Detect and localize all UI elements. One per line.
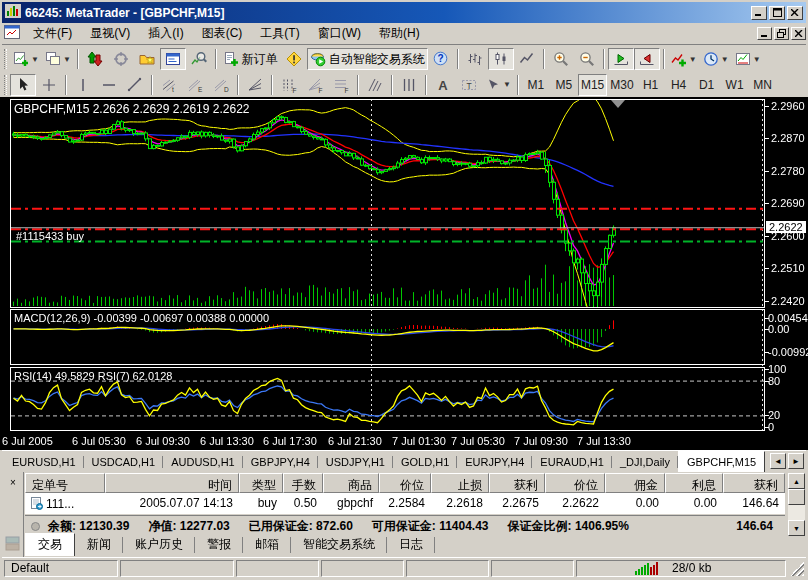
column-header[interactable]: 时间 [105, 473, 239, 493]
history-center-button[interactable] [134, 48, 160, 70]
terminal-tab-item[interactable]: 新闻 [75, 534, 123, 556]
chart-shift-button[interactable] [634, 48, 660, 70]
timeframe-m30-button[interactable]: M30 [607, 74, 636, 96]
horizontal-line-button[interactable] [96, 74, 122, 96]
vertical-line-button[interactable] [70, 74, 96, 96]
price-chart-canvas[interactable] [0, 97, 808, 450]
timeframe-m15-button[interactable]: M15 [578, 74, 607, 96]
terminal-tab-item[interactable]: 邮箱 [243, 534, 291, 556]
menu-h[interactable]: 帮助(H) [370, 22, 429, 45]
tab-scroll-right-button[interactable]: ► [788, 453, 804, 469]
fibo-expansion-button[interactable]: F [328, 74, 354, 96]
andrews-pitchfork-button[interactable] [362, 74, 388, 96]
channel-e-button[interactable]: E [182, 74, 208, 96]
minimize-button[interactable] [751, 6, 767, 20]
terminal-tab-item[interactable]: 警报 [195, 534, 243, 556]
menu-c[interactable]: 图表(C) [193, 22, 252, 45]
expert-alert-button[interactable] [281, 48, 307, 70]
timeframe-m1-button[interactable]: M1 [522, 74, 550, 96]
timeframe-h4-button[interactable]: H4 [665, 74, 693, 96]
chart-line-button[interactable] [514, 48, 540, 70]
channel-d-button[interactable]: D [208, 74, 234, 96]
crosshair-button[interactable] [36, 74, 62, 96]
menu-w[interactable]: 窗口(W) [309, 22, 370, 45]
trend-line-button[interactable] [122, 74, 148, 96]
terminal-tab-item[interactable]: 智能交易系统 [291, 534, 387, 556]
cursor-button[interactable] [10, 74, 36, 96]
strategy-tester-button[interactable] [186, 48, 212, 70]
regression-channel-button[interactable]: t [156, 74, 182, 96]
menu-v[interactable]: 显视(V) [81, 22, 139, 45]
terminal-tab-item[interactable]: 日志 [387, 534, 435, 556]
terminal-tab-item[interactable]: 账户历史 [123, 534, 195, 556]
chart-tab-gold-h1[interactable]: GOLD,H1 [393, 452, 457, 472]
column-header[interactable]: 定单号 [25, 473, 105, 493]
new-chart-button[interactable]: ▼ [10, 48, 42, 70]
column-header[interactable]: 获利 [489, 473, 545, 493]
maximize-button[interactable] [769, 6, 785, 20]
chart-tab-eurusd-h1[interactable]: EURUSD,H1 [4, 452, 84, 472]
terminal-tab-active[interactable]: 交易 [25, 533, 75, 556]
timeframe-mn-button[interactable]: MN [749, 74, 777, 96]
scroll-up-button[interactable]: ▲ [788, 473, 805, 489]
child-close-button[interactable] [791, 27, 806, 40]
ea-button-button[interactable]: 自动智能交易系统 [307, 48, 428, 70]
scroll-down-button[interactable]: ▼ [788, 520, 805, 536]
chart-tab-audusd-h1[interactable]: AUDUSD,H1 [163, 452, 243, 472]
timeframe-d1-button[interactable]: D1 [693, 74, 721, 96]
fibo-time-button[interactable]: F [276, 74, 302, 96]
close-button[interactable] [787, 6, 803, 20]
column-header[interactable]: 价位 [545, 473, 605, 493]
profiles-button[interactable]: ▼ [42, 48, 74, 70]
column-header[interactable]: 手数 [283, 473, 323, 493]
scroll-thumb[interactable] [788, 489, 805, 505]
child-restore-button[interactable] [774, 27, 789, 40]
indicators-button[interactable]: ▼ [668, 48, 700, 70]
arrow-tools-button[interactable]: ▼ [482, 74, 514, 96]
new-order-button[interactable]: 新订单 [220, 48, 281, 70]
child-minimize-button[interactable] [757, 27, 772, 40]
cycle-lines-button[interactable] [396, 74, 422, 96]
resize-grip[interactable] [790, 562, 804, 576]
chart-bars-button[interactable] [462, 48, 488, 70]
fibo-fan-button[interactable]: F [302, 74, 328, 96]
fibo-retracement-button[interactable] [242, 74, 268, 96]
chart-tab--dji-daily[interactable]: _DJI,Daily [612, 452, 678, 472]
column-header[interactable]: 价位 [379, 473, 431, 493]
navigator-button[interactable] [108, 48, 134, 70]
timeframe-h1-button[interactable]: H1 [637, 74, 665, 96]
auto-scroll-button[interactable] [608, 48, 634, 70]
chart-tab-usdjpy-h1[interactable]: USDJPY,H1 [318, 452, 393, 472]
timeframe-w1-button[interactable]: W1 [721, 74, 749, 96]
chart-candles-button[interactable] [488, 48, 514, 70]
tab-scroll-left-button[interactable]: ◄ [770, 453, 786, 469]
terminal-scrollbar[interactable]: ▲ ▼ [788, 473, 805, 536]
column-header[interactable]: 止损 [431, 473, 489, 493]
menu-f[interactable]: 文件(F) [24, 22, 81, 45]
zoom-in-button[interactable] [548, 48, 574, 70]
help-button[interactable]: ? [428, 48, 454, 70]
chart-tab-euraud-h1[interactable]: EURAUD,H1 [532, 452, 612, 472]
menu-i[interactable]: 插入(I) [139, 22, 192, 45]
chart-window-icon[interactable] [4, 25, 20, 42]
column-header[interactable]: 商品 [323, 473, 379, 493]
templates-button[interactable]: ▼ [732, 48, 764, 70]
column-header[interactable]: 获利 [723, 473, 785, 493]
chart-tab-gbpjpy-h4[interactable]: GBPJPY,H4 [243, 452, 318, 472]
text-label-button[interactable]: T [456, 74, 482, 96]
chart-tab-usdcad-h1[interactable]: USDCAD,H1 [84, 452, 164, 472]
chart-tab-eurjpy-h4[interactable]: EURJPY,H4 [457, 452, 532, 472]
timeframe-m5-button[interactable]: M5 [550, 74, 578, 96]
terminal-button[interactable] [160, 48, 186, 70]
periods-button[interactable]: ▼ [700, 48, 732, 70]
order-row[interactable]: 111...2005.07.07 14:13buy0.50gbpchf2.258… [25, 493, 785, 514]
zoom-out-button[interactable] [574, 48, 600, 70]
chart-tab-gbpchf-m15[interactable]: GBPCHF,M15 [678, 451, 765, 472]
column-header[interactable]: 类型 [239, 473, 283, 493]
column-header[interactable]: 利息 [665, 473, 723, 493]
text-button[interactable]: A [430, 74, 456, 96]
column-header[interactable]: 佣金 [605, 473, 665, 493]
terminal-close-icon[interactable]: × [6, 476, 20, 489]
menu-t[interactable]: 工具(T) [251, 22, 308, 45]
market-watch-button[interactable] [82, 48, 108, 70]
